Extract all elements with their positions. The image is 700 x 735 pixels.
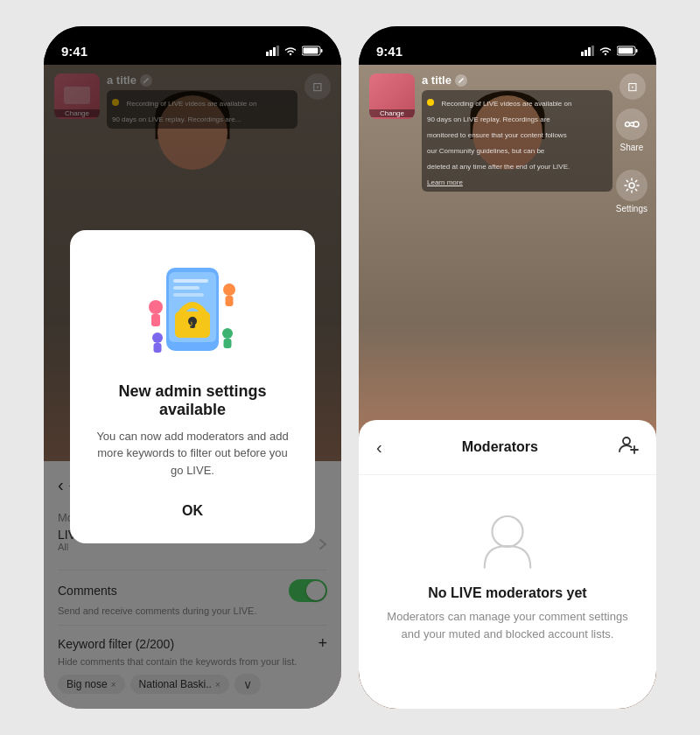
status-time-right: 9:41	[376, 44, 402, 59]
svg-rect-29	[636, 49, 638, 52]
moderators-empty-state: No LIVE moderators yet Moderators can ma…	[359, 475, 656, 677]
add-moderator-button[interactable]	[618, 434, 639, 460]
moderators-panel: ‹ Moderators No LIVE moderators yet	[359, 420, 656, 709]
svg-point-22	[222, 328, 233, 339]
svg-point-34	[629, 183, 634, 188]
share-icon-item[interactable]: Share	[616, 108, 648, 152]
svg-rect-26	[588, 47, 591, 56]
signal-icon	[266, 46, 279, 56]
title-area-right: a title Recording of LIVE videos are ava…	[422, 74, 612, 192]
status-bar-right: 9:41	[359, 26, 656, 65]
admin-illustration: ♪	[140, 255, 245, 368]
modal-title: New admin settings available	[91, 382, 294, 419]
status-icons-right	[581, 46, 639, 56]
status-bar-left: 9:41	[44, 26, 341, 65]
svg-point-16	[149, 300, 163, 314]
live-title-text-right: a title	[422, 74, 452, 87]
edit-icon-right[interactable]	[455, 74, 467, 87]
modal-dialog: ♪ New admin settings available You can n…	[70, 230, 315, 544]
svg-rect-17	[151, 314, 160, 326]
battery-icon	[302, 46, 324, 56]
svg-rect-6	[304, 48, 318, 54]
svg-rect-19	[226, 296, 234, 306]
recording-text-right: Recording of LIVE videos are available o…	[427, 100, 571, 186]
svg-point-31	[625, 122, 629, 127]
svg-rect-11	[173, 293, 204, 297]
share-icon	[624, 116, 640, 132]
moderators-title: Moderators	[462, 439, 538, 455]
svg-rect-5	[321, 49, 323, 52]
svg-rect-27	[592, 46, 594, 56]
recording-dot-right	[427, 99, 434, 106]
svg-rect-3	[276, 46, 279, 56]
moderators-header: ‹ Moderators	[359, 420, 656, 475]
svg-rect-9	[173, 279, 208, 283]
battery-icon-right	[617, 46, 639, 56]
svg-text:♪: ♪	[189, 318, 193, 328]
add-person-icon	[618, 434, 639, 455]
modal-overlay: ♪ New admin settings available You can n…	[44, 65, 341, 709]
share-label: Share	[620, 143, 644, 152]
phone2-content: Change a title Recording of LIVE videos …	[359, 65, 656, 709]
modal-description: You can now add moderators and add more …	[91, 428, 294, 480]
moderators-back-button[interactable]: ‹	[376, 438, 382, 458]
top-overlay-right: Change a title Recording of LIVE videos …	[359, 65, 656, 200]
svg-point-18	[223, 284, 235, 296]
svg-rect-2	[273, 47, 276, 56]
svg-point-38	[493, 516, 523, 547]
right-icons-panel: Share Settings	[616, 108, 648, 214]
settings-icon-item[interactable]: Settings	[616, 170, 648, 214]
svg-rect-24	[581, 52, 584, 56]
svg-rect-23	[224, 339, 232, 348]
svg-rect-0	[266, 52, 269, 56]
modal-ok-button[interactable]: OK	[147, 496, 238, 526]
thumbnail-label-right: Change	[369, 109, 415, 117]
live-title-right: a title	[422, 74, 612, 87]
settings-label: Settings	[616, 204, 648, 214]
svg-rect-10	[173, 286, 200, 290]
share-icon-circle	[616, 108, 648, 140]
wifi-icon-right	[598, 46, 612, 56]
no-moderators-desc: Moderators can manage your comment setti…	[385, 608, 630, 642]
no-moderators-title: No LIVE moderators yet	[428, 585, 586, 601]
phone-left: 9:41	[44, 26, 341, 709]
wifi-icon	[284, 46, 298, 56]
status-icons-left	[266, 46, 324, 56]
phone1-content: Change a title Recording of LIVE videos …	[44, 65, 341, 709]
svg-rect-25	[584, 50, 587, 56]
camera-icon-right[interactable]: ⊡	[620, 74, 646, 100]
settings-icon	[624, 178, 640, 193]
signal-icon-right	[581, 46, 594, 56]
recording-notice-right: Recording of LIVE videos are available o…	[422, 90, 612, 192]
phone-right: 9:41	[359, 26, 656, 709]
empty-avatar-icon	[477, 510, 538, 571]
svg-rect-30	[619, 48, 634, 54]
svg-rect-21	[154, 343, 162, 353]
thumbnail-right[interactable]: Change	[369, 74, 415, 119]
settings-icon-circle	[616, 170, 648, 201]
svg-point-20	[152, 332, 163, 343]
status-time-left: 9:41	[61, 44, 88, 59]
svg-rect-1	[270, 50, 272, 56]
modal-illustration: ♪	[140, 255, 245, 368]
svg-point-35	[623, 438, 630, 444]
